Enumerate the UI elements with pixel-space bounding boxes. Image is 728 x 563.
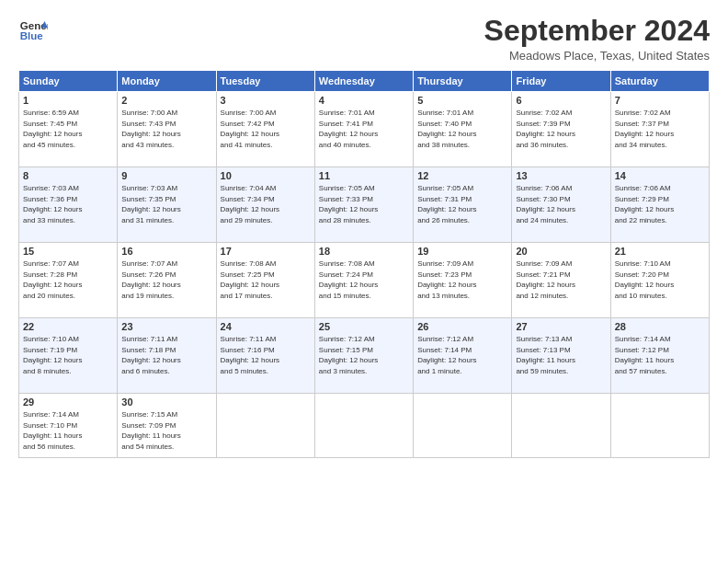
table-row: 17Sunrise: 7:08 AM Sunset: 7:25 PM Dayli… (216, 243, 314, 318)
day-number: 22 (23, 321, 113, 332)
day-info: Sunrise: 7:03 AM Sunset: 7:35 PM Dayligh… (121, 183, 211, 225)
table-row: 30Sunrise: 7:15 AM Sunset: 7:09 PM Dayli… (118, 394, 216, 458)
day-number: 3 (221, 95, 311, 106)
table-row: 20Sunrise: 7:09 AM Sunset: 7:21 PM Dayli… (512, 243, 610, 318)
col-sunday: Sunday (19, 71, 118, 92)
day-number: 11 (319, 170, 409, 181)
table-row: 6Sunrise: 7:02 AM Sunset: 7:39 PM Daylig… (512, 92, 610, 167)
day-number: 14 (615, 170, 705, 181)
day-info: Sunrise: 7:05 AM Sunset: 7:33 PM Dayligh… (319, 183, 409, 225)
calendar-body: 1Sunrise: 6:59 AM Sunset: 7:45 PM Daylig… (19, 92, 710, 458)
day-number: 7 (615, 95, 705, 106)
col-saturday: Saturday (610, 71, 709, 92)
day-info: Sunrise: 7:14 AM Sunset: 7:10 PM Dayligh… (23, 409, 113, 452)
day-info: Sunrise: 7:14 AM Sunset: 7:12 PM Dayligh… (615, 334, 705, 376)
day-info: Sunrise: 7:12 AM Sunset: 7:15 PM Dayligh… (319, 334, 409, 376)
svg-text:Blue: Blue (20, 30, 44, 41)
col-wednesday: Wednesday (314, 71, 413, 92)
day-number: 26 (417, 321, 507, 332)
table-row (216, 394, 314, 458)
col-thursday: Thursday (414, 71, 512, 92)
table-row: 18Sunrise: 7:08 AM Sunset: 7:24 PM Dayli… (314, 243, 413, 318)
table-row: 10Sunrise: 7:04 AM Sunset: 7:34 PM Dayli… (216, 167, 314, 243)
table-row (512, 394, 610, 458)
day-number: 8 (23, 170, 113, 181)
logo-icon: General Blue (18, 15, 48, 44)
table-row: 28Sunrise: 7:14 AM Sunset: 7:12 PM Dayli… (610, 318, 709, 394)
day-info: Sunrise: 7:11 AM Sunset: 7:16 PM Dayligh… (221, 334, 311, 376)
table-row: 9Sunrise: 7:03 AM Sunset: 7:35 PM Daylig… (118, 167, 216, 243)
day-info: Sunrise: 7:05 AM Sunset: 7:31 PM Dayligh… (417, 183, 507, 225)
table-row: 11Sunrise: 7:05 AM Sunset: 7:33 PM Dayli… (314, 167, 413, 243)
day-info: Sunrise: 7:06 AM Sunset: 7:29 PM Dayligh… (615, 183, 705, 225)
table-row: 21Sunrise: 7:10 AM Sunset: 7:20 PM Dayli… (610, 243, 709, 318)
table-row: 12Sunrise: 7:05 AM Sunset: 7:31 PM Dayli… (414, 167, 512, 243)
day-info: Sunrise: 7:07 AM Sunset: 7:26 PM Dayligh… (121, 259, 211, 301)
day-number: 4 (319, 95, 409, 106)
day-info: Sunrise: 7:04 AM Sunset: 7:34 PM Dayligh… (221, 183, 311, 225)
day-number: 13 (516, 170, 606, 181)
table-row: 3Sunrise: 7:00 AM Sunset: 7:42 PM Daylig… (216, 92, 314, 167)
table-row: 1Sunrise: 6:59 AM Sunset: 7:45 PM Daylig… (19, 92, 118, 167)
day-number: 5 (417, 95, 507, 106)
table-row: 24Sunrise: 7:11 AM Sunset: 7:16 PM Dayli… (216, 318, 314, 394)
day-number: 10 (221, 170, 311, 181)
table-row (314, 394, 413, 458)
day-number: 20 (516, 246, 606, 257)
day-number: 12 (417, 170, 507, 181)
table-row: 4Sunrise: 7:01 AM Sunset: 7:41 PM Daylig… (314, 92, 413, 167)
day-info: Sunrise: 7:11 AM Sunset: 7:18 PM Dayligh… (121, 334, 211, 376)
col-tuesday: Tuesday (216, 71, 314, 92)
table-row: 26Sunrise: 7:12 AM Sunset: 7:14 PM Dayli… (414, 318, 512, 394)
day-number: 18 (319, 246, 409, 257)
location: Meadows Place, Texas, United States (484, 49, 710, 63)
calendar-table: Sunday Monday Tuesday Wednesday Thursday… (18, 70, 710, 458)
logo: General Blue (18, 15, 48, 44)
day-info: Sunrise: 7:09 AM Sunset: 7:21 PM Dayligh… (516, 259, 606, 301)
table-row: 19Sunrise: 7:09 AM Sunset: 7:23 PM Dayli… (414, 243, 512, 318)
col-monday: Monday (118, 71, 216, 92)
day-number: 21 (615, 246, 705, 257)
table-row: 7Sunrise: 7:02 AM Sunset: 7:37 PM Daylig… (610, 92, 709, 167)
table-row: 13Sunrise: 7:06 AM Sunset: 7:30 PM Dayli… (512, 167, 610, 243)
day-number: 17 (221, 246, 311, 257)
day-number: 1 (23, 95, 113, 106)
table-row: 23Sunrise: 7:11 AM Sunset: 7:18 PM Dayli… (118, 318, 216, 394)
day-number: 28 (615, 321, 705, 332)
day-number: 15 (23, 246, 113, 257)
day-info: Sunrise: 7:08 AM Sunset: 7:24 PM Dayligh… (319, 259, 409, 301)
month-title: September 2024 (484, 15, 710, 47)
table-row: 8Sunrise: 7:03 AM Sunset: 7:36 PM Daylig… (19, 167, 118, 243)
day-number: 27 (516, 321, 606, 332)
table-row: 22Sunrise: 7:10 AM Sunset: 7:19 PM Dayli… (19, 318, 118, 394)
day-number: 19 (417, 246, 507, 257)
title-block: September 2024 Meadows Place, Texas, Uni… (484, 15, 710, 63)
header: General Blue September 2024 Meadows Plac… (18, 15, 710, 63)
table-row: 27Sunrise: 7:13 AM Sunset: 7:13 PM Dayli… (512, 318, 610, 394)
day-number: 30 (121, 396, 211, 408)
day-number: 2 (121, 95, 211, 106)
col-friday: Friday (512, 71, 610, 92)
day-info: Sunrise: 7:02 AM Sunset: 7:37 PM Dayligh… (615, 108, 705, 150)
day-number: 24 (221, 321, 311, 332)
table-row: 16Sunrise: 7:07 AM Sunset: 7:26 PM Dayli… (118, 243, 216, 318)
day-info: Sunrise: 7:07 AM Sunset: 7:28 PM Dayligh… (23, 259, 113, 301)
table-row: 29Sunrise: 7:14 AM Sunset: 7:10 PM Dayli… (19, 394, 118, 458)
day-number: 25 (319, 321, 409, 332)
day-info: Sunrise: 7:02 AM Sunset: 7:39 PM Dayligh… (516, 108, 606, 150)
day-number: 29 (23, 396, 113, 408)
day-info: Sunrise: 7:10 AM Sunset: 7:19 PM Dayligh… (23, 334, 113, 376)
day-info: Sunrise: 7:09 AM Sunset: 7:23 PM Dayligh… (417, 259, 507, 301)
day-info: Sunrise: 7:13 AM Sunset: 7:13 PM Dayligh… (516, 334, 606, 376)
day-info: Sunrise: 7:01 AM Sunset: 7:41 PM Dayligh… (319, 108, 409, 150)
day-info: Sunrise: 7:06 AM Sunset: 7:30 PM Dayligh… (516, 183, 606, 225)
table-row: 14Sunrise: 7:06 AM Sunset: 7:29 PM Dayli… (610, 167, 709, 243)
day-info: Sunrise: 7:10 AM Sunset: 7:20 PM Dayligh… (615, 259, 705, 301)
table-row: 5Sunrise: 7:01 AM Sunset: 7:40 PM Daylig… (414, 92, 512, 167)
day-info: Sunrise: 7:00 AM Sunset: 7:42 PM Dayligh… (221, 108, 311, 150)
day-number: 16 (121, 246, 211, 257)
day-info: Sunrise: 7:12 AM Sunset: 7:14 PM Dayligh… (417, 334, 507, 376)
table-row (414, 394, 512, 458)
day-info: Sunrise: 7:03 AM Sunset: 7:36 PM Dayligh… (23, 183, 113, 225)
table-row: 15Sunrise: 7:07 AM Sunset: 7:28 PM Dayli… (19, 243, 118, 318)
